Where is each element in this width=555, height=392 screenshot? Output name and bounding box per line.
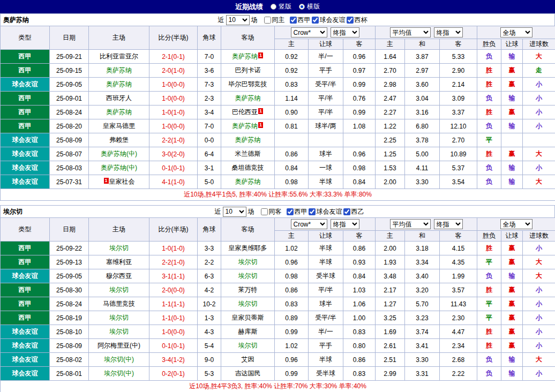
same-venue-checkbox[interactable] [261, 208, 268, 215]
league-checkbox-2[interactable] [347, 17, 354, 24]
col-corner-header: 角球 [198, 218, 221, 242]
home-team: 奥萨苏纳 [89, 64, 149, 78]
odds-value-0: 1.14 [275, 92, 309, 105]
home-team-name: 埃尔切 [109, 314, 129, 321]
col-away-header: 客场 [221, 26, 275, 50]
team-section-1: 埃尔切近10场同客西甲球会友谊西乙类型日期主场比分(半场)角球客场Crow*终指… [0, 205, 555, 392]
avg-value-1: 3.41 [405, 339, 440, 353]
away-team: 赫库斯 [221, 325, 275, 339]
league-option-1[interactable]: 球会友谊 [312, 16, 346, 25]
match-date: 25-08-30 [50, 283, 89, 297]
same-venue-checkbox[interactable] [264, 17, 271, 24]
odds-value-1: 半/一 [309, 50, 343, 64]
result-outcome: 负 [477, 353, 501, 367]
results-table: 类型日期主场比分(半场)角球客场Crow*终指平均值终指全场主让球客主和客胜负让… [0, 26, 555, 201]
avg-value-2: 2.34 [440, 339, 477, 353]
league-option-1[interactable]: 球会友谊 [309, 207, 342, 216]
layout-radio-horizontal[interactable]: 横版 [299, 2, 320, 11]
home-team: 西班牙人 [89, 92, 149, 105]
odds-value-1: 半球 [309, 255, 343, 269]
away-team: 奥萨苏纳 [221, 133, 275, 147]
odds-stage-select[interactable]: 终指 [331, 219, 359, 229]
result-handicap: 赢 [501, 311, 523, 325]
odds-company-select[interactable]: Crow* [291, 27, 327, 37]
summary-row: 近10场,胜4平3负3, 胜率:40% 让胜率:70% 大率:30% 单率:40… [1, 381, 555, 392]
odds-value-2: 0.99 [343, 105, 376, 119]
avg-value-0: 1.22 [376, 119, 405, 133]
league-checkbox-1[interactable] [309, 208, 316, 215]
avg-value-2: 3.54 [440, 175, 477, 189]
avg-value-2: 4.15 [440, 242, 477, 255]
odds-value-0: 0.81 [275, 119, 309, 133]
odds-stage-select[interactable]: 终指 [331, 27, 359, 37]
home-team-name: 埃尔切 [109, 328, 129, 335]
league-option-2[interactable]: 西杯 [347, 16, 368, 25]
league-option-0[interactable]: 西甲 [287, 207, 308, 216]
match-date: 25-08-09 [50, 339, 89, 353]
away-team: 奥萨苏纳 [221, 92, 275, 105]
filters: 近10场同主西甲球会友谊西杯 [29, 15, 554, 25]
result-goals: 大 [523, 269, 555, 283]
recent-count-select[interactable]: 10 [223, 207, 246, 217]
odds-value-0: 0.96 [275, 353, 309, 367]
league-option-2[interactable]: 西乙 [343, 207, 364, 216]
odds-company-select[interactable]: Crow* [291, 219, 327, 229]
match-date: 25-08-24 [50, 297, 89, 311]
home-team-name: 弗赖堡 [109, 136, 129, 144]
recent-count-select[interactable]: 10 [226, 15, 250, 25]
odds-value-1: 平/半 [309, 105, 343, 119]
match-score: 0-2(0-1) [149, 367, 198, 381]
home-team-name: 比利亚雷亚尔 [100, 52, 138, 60]
league-type-badge: 西甲 [1, 311, 50, 325]
col-date-header: 日期 [50, 218, 89, 242]
match-score: 3-4(1-2) [149, 353, 198, 367]
same-venue-option[interactable]: 同客 [261, 207, 282, 216]
match-date: 25-07-31 [50, 175, 89, 189]
layout-radio-vertical[interactable]: 竖版 [271, 2, 291, 11]
home-team: 奥萨苏纳 [89, 78, 149, 92]
odds-value-2: 0.93 [343, 255, 376, 269]
avg-source-select[interactable]: 平均值 [390, 219, 431, 229]
corner-score: 3-1 [198, 161, 221, 175]
result-outcome: 负 [477, 175, 501, 189]
league-label: 西甲 [295, 207, 308, 216]
same-venue-option[interactable]: 同主 [264, 16, 285, 25]
avg-stage-select[interactable]: 终指 [434, 219, 463, 229]
result-outcome: 负 [477, 50, 501, 64]
league-checkbox-0[interactable] [290, 17, 297, 24]
near-label: 近 [215, 207, 221, 216]
sub-header-5: 客 [440, 231, 477, 242]
odds-value-2: 0.86 [343, 242, 376, 255]
odds-value-2: 1.08 [343, 119, 376, 133]
avg-value-1: 3.34 [405, 255, 440, 269]
match-date: 25-09-15 [50, 64, 89, 78]
league-checkbox-2[interactable] [343, 208, 350, 215]
avg-value-0: 3.25 [376, 311, 405, 325]
match-score: 2-1(0-1) [149, 50, 198, 64]
home-team: 埃尔切(中) [89, 353, 149, 367]
league-option-0[interactable]: 西甲 [290, 16, 311, 25]
odds-value-1: 球半 [309, 147, 343, 161]
home-team-name: 奥萨苏纳 [106, 80, 132, 88]
home-team-name: 埃尔切 [109, 244, 129, 252]
odds-value-0: 0.86 [275, 283, 309, 297]
match-score: 2-2(1-0) [149, 133, 198, 147]
scope-select[interactable]: 全场 [500, 27, 532, 37]
avg-value-2: 4.35 [440, 255, 477, 269]
away-team-name: 巴伦西亚 [232, 108, 258, 116]
league-checkbox-1[interactable] [312, 17, 319, 24]
league-checkbox-0[interactable] [287, 208, 294, 215]
avg-value-1: 3.04 [405, 92, 440, 105]
odds-value-1: 半球 [309, 353, 343, 367]
result-goals: 走 [523, 64, 555, 78]
odds-value-2: 0.84 [343, 175, 376, 189]
avg-source-select[interactable]: 平均值 [390, 27, 431, 37]
away-team: 埃尔切 [221, 269, 275, 283]
scope-select[interactable]: 全场 [500, 219, 532, 229]
red-card-badge: 1 [258, 108, 263, 114]
avg-stage-select[interactable]: 终指 [434, 27, 463, 37]
avg-value-0: 1.64 [376, 50, 405, 64]
result-goals [523, 133, 555, 147]
sub-header-3: 主 [376, 39, 405, 50]
result-handicap: 输 [501, 269, 523, 283]
